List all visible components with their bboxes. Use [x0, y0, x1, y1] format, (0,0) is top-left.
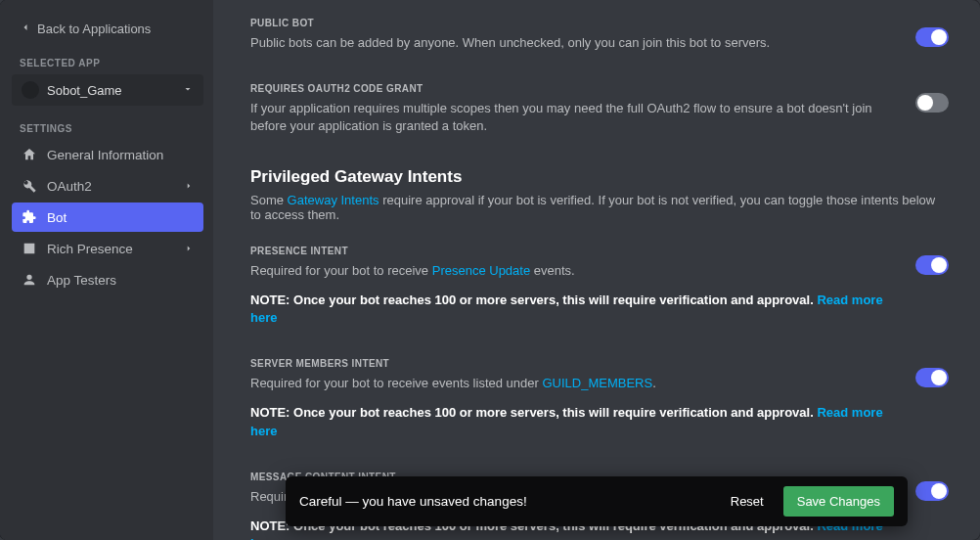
- chevron-right-icon: [184, 179, 194, 194]
- sidebar: Back to Applications SELECTED APP Sobot_…: [0, 0, 213, 540]
- unsaved-message: Careful — you have unsaved changes!: [299, 494, 719, 509]
- server-members-intent-toggle[interactable]: [915, 368, 949, 387]
- presence-intent-desc: Required for your bot to receive Presenc…: [250, 262, 892, 280]
- sidebar-item-label: Rich Presence: [47, 242, 174, 256]
- back-to-applications-link[interactable]: Back to Applications: [12, 18, 203, 40]
- sidebar-item-label: App Testers: [47, 273, 194, 288]
- chevron-down-icon: [182, 83, 194, 98]
- unsaved-changes-bar: Careful — you have unsaved changes! Rese…: [286, 476, 908, 526]
- sidebar-item-app-testers[interactable]: App Testers: [12, 265, 203, 294]
- save-changes-button[interactable]: Save Changes: [783, 486, 894, 517]
- intents-title: Privileged Gateway Intents: [250, 167, 949, 187]
- app-avatar-icon: [22, 81, 39, 99]
- person-icon: [22, 272, 37, 288]
- public-bot-block: PUBLIC BOT Public bots can be added by a…: [250, 18, 949, 52]
- presence-intent-toggle[interactable]: [915, 255, 949, 275]
- oauth2-grant-block: REQUIRES OAUTH2 CODE GRANT If your appli…: [250, 83, 949, 135]
- public-bot-toggle[interactable]: [915, 27, 949, 47]
- oauth2-grant-desc: If your application requires multiple sc…: [250, 100, 892, 135]
- sidebar-item-label: General Information: [47, 148, 194, 162]
- guild-members-link[interactable]: GUILD_MEMBERS: [542, 376, 652, 390]
- server-members-intent-block: SERVER MEMBERS INTENT Required for your …: [250, 358, 949, 440]
- sidebar-item-rich-presence[interactable]: Rich Presence: [12, 234, 203, 263]
- home-icon: [22, 147, 37, 162]
- intents-subtitle: Some Gateway Intents require approval if…: [250, 193, 949, 222]
- server-members-intent-desc: Required for your bot to receive events …: [250, 375, 892, 392]
- server-members-intent-label: SERVER MEMBERS INTENT: [250, 358, 892, 369]
- sidebar-item-label: Bot: [47, 210, 194, 225]
- settings-nav: General Information OAuth2 Bot Rich Pres…: [12, 140, 203, 294]
- sidebar-item-general-information[interactable]: General Information: [12, 140, 203, 169]
- sidebar-item-label: OAuth2: [47, 179, 174, 194]
- oauth2-grant-toggle[interactable]: [915, 93, 949, 112]
- selected-app-label: SELECTED APP: [12, 58, 203, 68]
- back-label: Back to Applications: [37, 22, 151, 36]
- reset-button[interactable]: Reset: [719, 488, 776, 515]
- app-name: Sobot_Game: [47, 83, 174, 98]
- gateway-intents-link[interactable]: Gateway Intents: [288, 193, 379, 207]
- sidebar-item-bot[interactable]: Bot: [12, 202, 203, 232]
- chevron-right-icon: [184, 242, 194, 256]
- main-content: PUBLIC BOT Public bots can be added by a…: [213, 0, 980, 540]
- public-bot-desc: Public bots can be added by anyone. When…: [250, 34, 892, 52]
- puzzle-icon: [22, 209, 37, 225]
- public-bot-label: PUBLIC BOT: [250, 18, 892, 28]
- presence-update-link[interactable]: Presence Update: [432, 263, 530, 278]
- presence-intent-label: PRESENCE INTENT: [250, 246, 892, 256]
- presence-intent-note: NOTE: Once your bot reaches 100 or more …: [250, 292, 892, 327]
- settings-label: SETTINGS: [12, 123, 203, 134]
- oauth2-grant-label: REQUIRES OAUTH2 CODE GRANT: [250, 83, 892, 94]
- sidebar-item-oauth2[interactable]: OAuth2: [12, 171, 203, 201]
- presence-intent-block: PRESENCE INTENT Required for your bot to…: [250, 246, 949, 328]
- wrench-icon: [22, 178, 37, 194]
- selected-app-dropdown[interactable]: Sobot_Game: [12, 74, 203, 106]
- arrow-left-icon: [20, 22, 31, 36]
- server-members-intent-note: NOTE: Once your bot reaches 100 or more …: [250, 404, 892, 439]
- document-icon: [22, 241, 37, 256]
- message-content-intent-toggle[interactable]: [915, 481, 949, 501]
